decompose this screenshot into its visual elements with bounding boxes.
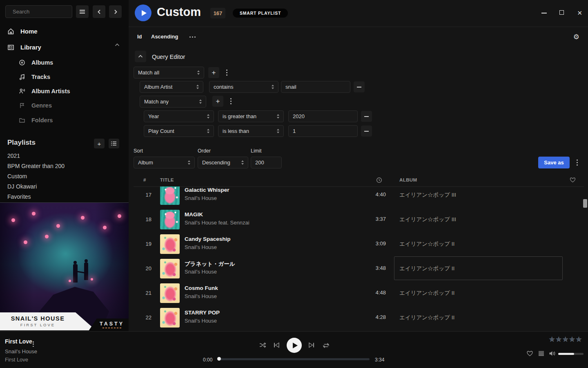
sidebar-item-folders[interactable]: Folders (19, 114, 53, 126)
back-button[interactable] (93, 5, 105, 18)
track-album[interactable]: エイリアン☆ポップ II (399, 289, 454, 297)
scrollbar-thumb[interactable] (583, 199, 587, 208)
remove-rule-button[interactable] (361, 111, 372, 122)
track-album[interactable]: エイリアン☆ポップ II (399, 265, 454, 272)
volume-button[interactable] (549, 350, 556, 357)
queue-icon (538, 351, 544, 356)
playlist-item[interactable]: Favorites (7, 192, 31, 201)
volume-slider[interactable] (558, 353, 584, 355)
table-row[interactable]: 19 Candy Spaceship Snail's House 3:09 エイ… (129, 232, 588, 256)
col-title[interactable]: TITLE (160, 177, 174, 182)
rule-value-input[interactable] (281, 81, 350, 93)
playlist-item[interactable]: BPM Greater than 200 (7, 162, 65, 171)
rule-field-select[interactable]: Play Count (144, 125, 214, 137)
star-icon[interactable]: ★ (569, 336, 575, 343)
col-album[interactable]: ALBUM (399, 177, 417, 182)
settings-gear-icon[interactable]: ⚙ (573, 33, 579, 41)
remove-rule-button[interactable] (361, 126, 372, 137)
table-row[interactable]: 22 STARRY POP Snail's House 4:28 エイリアン☆ポ… (129, 305, 588, 330)
save-options-icon[interactable] (573, 157, 581, 168)
rule-operator-select[interactable]: contains (209, 81, 278, 93)
queue-button[interactable] (538, 351, 544, 356)
track-album[interactable]: エイリアン☆ポップ III (399, 191, 456, 199)
more-options-icon[interactable] (189, 36, 196, 38)
order-select[interactable]: Descending (198, 157, 248, 168)
select-chevrons-icon (277, 114, 279, 119)
maximize-button[interactable] (559, 10, 564, 15)
play-icon (142, 10, 147, 16)
table-row[interactable]: 17 Galactic Whisper Snail's House 4:40 エ… (129, 186, 588, 207)
sidebar-item-home[interactable]: Home (7, 25, 38, 37)
next-icon (308, 342, 315, 348)
rule-operator-select[interactable]: is greater than (218, 110, 284, 122)
previous-button[interactable] (273, 342, 280, 348)
add-rule-button[interactable]: + (212, 96, 223, 107)
repeat-button[interactable] (322, 343, 330, 348)
sort-direction-control[interactable]: Ascending (151, 34, 178, 40)
now-playing-artist[interactable]: Snail's House (5, 348, 37, 355)
rule-field-select[interactable]: Album Artist (140, 81, 203, 93)
select-chevrons-icon (207, 114, 209, 119)
track-album[interactable]: エイリアン☆ポップ II (399, 240, 454, 248)
group-options-icon[interactable] (223, 67, 230, 78)
rule-value-input[interactable] (288, 125, 358, 137)
match-select[interactable]: Match any (140, 96, 206, 108)
group-options-icon[interactable] (227, 96, 234, 107)
now-playing-album[interactable]: First Love (5, 357, 28, 363)
table-row[interactable]: 18 MAGIK Snail's House feat. Sennzai 3:3… (129, 207, 588, 232)
now-playing-artwork[interactable]: SNAIL'S HOUSE FIRST LOVE TASTY (0, 202, 129, 330)
now-playing-options-icon[interactable] (33, 341, 34, 347)
star-icon[interactable]: ★ (556, 336, 561, 343)
table-row[interactable]: 20 プラネット・ガール Snail's House 3:48 エイリアン☆ポッ… (129, 256, 588, 281)
next-button[interactable] (308, 342, 315, 348)
col-duration-clock-icon[interactable] (376, 177, 382, 183)
sidebar-item-tracks[interactable]: Tracks (19, 71, 50, 83)
sidebar-item-genres[interactable]: Genres (19, 100, 52, 111)
search-input[interactable] (13, 9, 85, 15)
sidebar-item-library[interactable]: Library (7, 41, 41, 53)
table-row[interactable]: 21 Cosmo Funk Snail's House 4:48 エイリアン☆ポ… (129, 281, 588, 305)
play-pause-button[interactable] (287, 338, 302, 353)
forward-button[interactable] (109, 5, 122, 18)
favorite-button[interactable] (526, 350, 533, 357)
progress-bar[interactable] (218, 358, 370, 360)
shuffle-button[interactable] (259, 342, 266, 348)
close-button[interactable]: ✕ (577, 10, 582, 16)
star-icon[interactable]: ★ (563, 336, 568, 343)
minimize-button[interactable] (541, 13, 547, 13)
save-as-button[interactable]: Save as (538, 157, 570, 168)
add-rule-button[interactable]: + (208, 67, 219, 78)
playlist-list-button[interactable] (109, 139, 119, 148)
rule-value-input[interactable] (288, 110, 358, 122)
play-playlist-button[interactable] (135, 4, 151, 21)
search-box[interactable] (5, 5, 72, 18)
star-icon[interactable]: ★ (549, 336, 555, 343)
col-number[interactable]: # (143, 177, 146, 182)
col-favorite-heart-icon[interactable] (570, 177, 576, 183)
track-album[interactable]: エイリアン☆ポップ III (399, 216, 456, 223)
rule-operator-select[interactable]: is less than (218, 125, 284, 137)
sidebar-item-albums[interactable]: Albums (19, 57, 53, 68)
playlist-item[interactable]: DJ Okawari (7, 182, 37, 191)
remove-rule-button[interactable] (354, 81, 365, 92)
sort-select[interactable]: Album (134, 157, 195, 168)
elapsed-time: 0:00 (203, 357, 212, 363)
rating-stars[interactable]: ★★★★★ (549, 336, 581, 343)
playlist-item[interactable]: 2021 (7, 151, 20, 160)
sort-field-control[interactable]: Id (137, 34, 142, 40)
rule-field-select[interactable]: Year (144, 110, 214, 122)
library-icon (7, 44, 14, 51)
order-select-value: Descending (202, 159, 230, 166)
collapse-query-editor-button[interactable] (135, 51, 146, 62)
limit-input[interactable] (251, 157, 282, 168)
collapse-library-icon[interactable] (115, 43, 120, 47)
sidebar-item-album-artists[interactable]: Album Artists (19, 85, 70, 97)
menu-button[interactable] (76, 5, 89, 18)
match-select[interactable]: Match all (134, 67, 204, 79)
now-playing-title[interactable]: First Love (5, 338, 32, 345)
playlist-item[interactable]: Custom (7, 172, 27, 181)
create-playlist-button[interactable]: + (94, 139, 105, 148)
track-album[interactable]: エイリアン☆ポップ II (399, 314, 454, 321)
star-icon[interactable]: ★ (576, 336, 581, 343)
progress-thumb[interactable] (217, 357, 221, 361)
